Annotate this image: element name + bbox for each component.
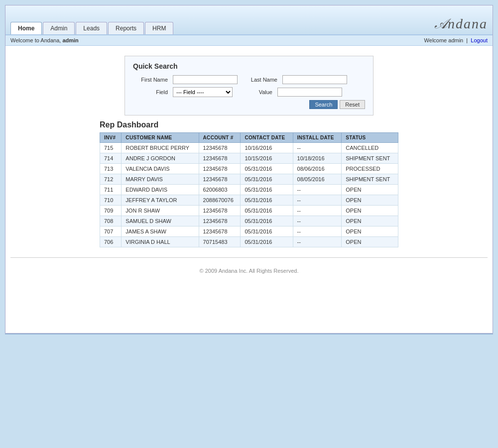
dashboard-title: Rep Dashboard bbox=[100, 120, 398, 129]
table-row[interactable]: 706 VIRGINIA D HALL 70715483 05/31/2016 … bbox=[100, 237, 398, 247]
cell-account: 62006803 bbox=[199, 185, 241, 195]
cell-install-date: 10/18/2016 bbox=[293, 153, 342, 164]
value-input[interactable] bbox=[277, 88, 342, 97]
cell-inv: 707 bbox=[100, 226, 122, 237]
cell-inv: 710 bbox=[100, 195, 122, 206]
cell-inv: 706 bbox=[100, 237, 122, 247]
quick-search-box: Quick Search First Name Last Name Field … bbox=[124, 56, 374, 115]
cell-inv: 708 bbox=[100, 216, 122, 226]
cell-contact-date: 05/31/2016 bbox=[241, 216, 293, 226]
cell-status: OPEN bbox=[342, 216, 398, 226]
app-logo: 𝒜ndana bbox=[435, 16, 488, 34]
cell-install-date: -- bbox=[293, 216, 342, 226]
cell-contact-date: 10/15/2016 bbox=[241, 153, 293, 164]
cell-status: OPEN bbox=[342, 206, 398, 216]
cell-contact-date: 05/31/2016 bbox=[241, 185, 293, 195]
tab-hrm[interactable]: HRM bbox=[145, 22, 173, 34]
cell-status: CANCELLED bbox=[342, 143, 398, 153]
cell-status: OPEN bbox=[342, 226, 398, 237]
welcome-admin-label: Welcome admin bbox=[424, 37, 464, 43]
cell-account: 12345678 bbox=[199, 216, 241, 226]
table-body: 715 ROBERT BRUCE PERRY 12345678 10/16/20… bbox=[100, 143, 398, 247]
table-row[interactable]: 714 ANDRE J GORDON 12345678 10/15/2016 1… bbox=[100, 153, 398, 164]
table-row[interactable]: 707 JAMES A SHAW 12345678 05/31/2016 -- … bbox=[100, 226, 398, 237]
search-field-row: Field --- Field ---- Value bbox=[133, 87, 365, 97]
search-button[interactable]: Search bbox=[309, 100, 338, 109]
cell-install-date: -- bbox=[293, 226, 342, 237]
cell-install-date: 08/06/2016 bbox=[293, 164, 342, 174]
cell-customer: VALENCIA DAVIS bbox=[122, 164, 199, 174]
header: Home Admin Leads Reports HRM 𝒜ndana bbox=[5, 5, 493, 35]
logout-link[interactable]: Logout bbox=[471, 37, 488, 43]
first-name-input[interactable] bbox=[173, 75, 238, 84]
cell-contact-date: 05/31/2016 bbox=[241, 174, 293, 185]
cell-install-date: -- bbox=[293, 195, 342, 206]
cell-account: 12345678 bbox=[199, 164, 241, 174]
col-install-date: Install Date bbox=[293, 133, 342, 143]
cell-contact-date: 10/16/2016 bbox=[241, 143, 293, 153]
col-inv: INV# bbox=[100, 133, 122, 143]
tab-admin[interactable]: Admin bbox=[43, 22, 75, 34]
main-content: Quick Search First Name Last Name Field … bbox=[5, 46, 493, 284]
field-label: Field bbox=[133, 89, 168, 95]
cell-account: 12345678 bbox=[199, 174, 241, 185]
col-contact-date: Contact Date bbox=[241, 133, 293, 143]
cell-account: 2088670076 bbox=[199, 195, 241, 206]
tab-reports[interactable]: Reports bbox=[108, 22, 144, 34]
cell-account: 12345678 bbox=[199, 143, 241, 153]
table-row[interactable]: 710 JEFFREY A TAYLOR 2088670076 05/31/20… bbox=[100, 195, 398, 206]
cell-contact-date: 05/31/2016 bbox=[241, 164, 293, 174]
tab-leads[interactable]: Leads bbox=[76, 22, 107, 34]
footer: © 2009 Andana Inc. All Rights Reserved. bbox=[10, 257, 488, 279]
cell-install-date: -- bbox=[293, 206, 342, 216]
footer-text: © 2009 Andana Inc. All Rights Reserved. bbox=[200, 268, 299, 274]
cell-customer: SAMUEL D SHAW bbox=[122, 216, 199, 226]
value-label: Value bbox=[238, 89, 272, 95]
cell-customer: JAMES A SHAW bbox=[122, 226, 199, 237]
first-name-label: First Name bbox=[133, 77, 168, 83]
cell-inv: 711 bbox=[100, 185, 122, 195]
table-row[interactable]: 708 SAMUEL D SHAW 12345678 05/31/2016 --… bbox=[100, 216, 398, 226]
cell-account: 70715483 bbox=[199, 237, 241, 247]
cell-contact-date: 05/31/2016 bbox=[241, 237, 293, 247]
table-header: INV# Customer Name Account # Contact Dat… bbox=[100, 133, 398, 143]
cell-customer: MARRY DAVIS bbox=[122, 174, 199, 185]
cell-customer: EDWARD DAVIS bbox=[122, 185, 199, 195]
bottom-strip bbox=[5, 334, 493, 443]
cell-contact-date: 05/31/2016 bbox=[241, 195, 293, 206]
cell-customer: ANDRE J GORDON bbox=[122, 153, 199, 164]
cell-customer: JON R SHAW bbox=[122, 206, 199, 216]
col-account: Account # bbox=[199, 133, 241, 143]
cell-contact-date: 05/31/2016 bbox=[241, 226, 293, 237]
tab-home[interactable]: Home bbox=[10, 22, 42, 34]
search-first-name-row: First Name Last Name bbox=[133, 75, 365, 84]
cell-install-date: -- bbox=[293, 237, 342, 247]
table-row[interactable]: 709 JON R SHAW 12345678 05/31/2016 -- OP… bbox=[100, 206, 398, 216]
cell-inv: 713 bbox=[100, 164, 122, 174]
cell-status: PROCESSED bbox=[342, 164, 398, 174]
cell-status: SHIPMENT SENT bbox=[342, 153, 398, 164]
cell-inv: 709 bbox=[100, 206, 122, 216]
cell-customer: ROBERT BRUCE PERRY bbox=[122, 143, 199, 153]
cell-status: SHIPMENT SENT bbox=[342, 174, 398, 185]
cell-status: OPEN bbox=[342, 195, 398, 206]
cell-account: 12345678 bbox=[199, 153, 241, 164]
search-buttons: Search Reset bbox=[133, 100, 365, 109]
cell-inv: 715 bbox=[100, 143, 122, 153]
table-row[interactable]: 713 VALENCIA DAVIS 12345678 05/31/2016 0… bbox=[100, 164, 398, 174]
welcome-text: Welcome to Andana, admin bbox=[10, 37, 79, 43]
col-customer: Customer Name bbox=[122, 133, 199, 143]
cell-install-date: -- bbox=[293, 185, 342, 195]
table-row[interactable]: 711 EDWARD DAVIS 62006803 05/31/2016 -- … bbox=[100, 185, 398, 195]
cell-install-date: -- bbox=[293, 143, 342, 153]
cell-account: 12345678 bbox=[199, 206, 241, 216]
welcome-bar: Welcome to Andana, admin Welcome admin |… bbox=[5, 35, 493, 46]
last-name-label: Last Name bbox=[243, 77, 277, 83]
table-row[interactable]: 715 ROBERT BRUCE PERRY 12345678 10/16/20… bbox=[100, 143, 398, 153]
field-select[interactable]: --- Field ---- bbox=[173, 87, 233, 97]
table-row[interactable]: 712 MARRY DAVIS 12345678 05/31/2016 08/0… bbox=[100, 174, 398, 185]
cell-account: 12345678 bbox=[199, 226, 241, 237]
last-name-input[interactable] bbox=[282, 75, 347, 84]
cell-contact-date: 05/31/2016 bbox=[241, 206, 293, 216]
reset-button[interactable]: Reset bbox=[340, 100, 365, 109]
